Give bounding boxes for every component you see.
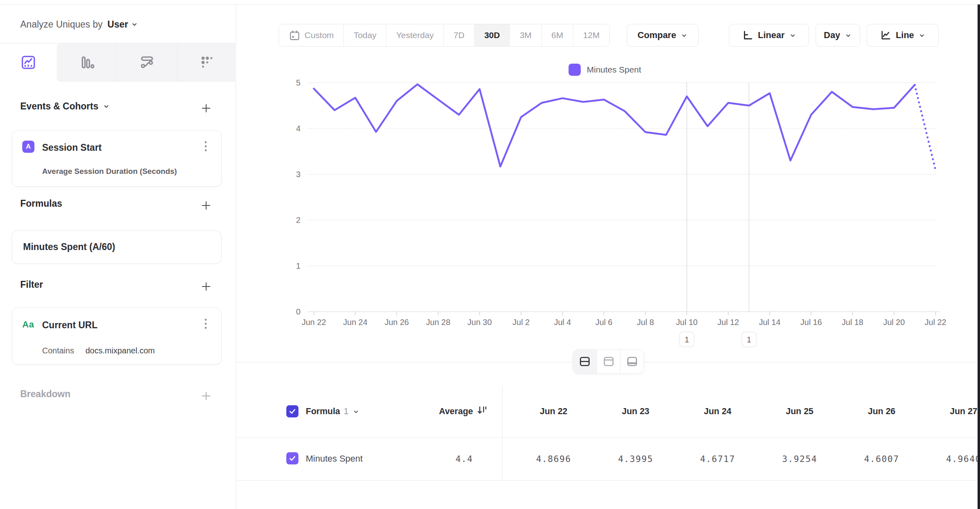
formula-expression: Minutes Spent (A/60) xyxy=(23,242,115,252)
filter-options-kebab[interactable] xyxy=(202,317,210,331)
date-range-control: CustomTodayYesterday7D30D3M6M12M xyxy=(279,24,610,47)
text-property-icon: Aa xyxy=(22,319,34,330)
add-formula-button[interactable] xyxy=(200,199,212,212)
formula-group-dropdown[interactable]: Formula 1 xyxy=(306,406,360,417)
svg-text:Jul 18: Jul 18 xyxy=(842,318,863,327)
chevron-down-icon[interactable] xyxy=(102,103,110,110)
svg-text:0: 0 xyxy=(296,307,300,316)
table-column-divider xyxy=(502,386,503,480)
series-row-label: Minutes Spent xyxy=(306,453,363,464)
analyze-label: Analyze Uniques by xyxy=(20,19,102,30)
filter-card-current-url[interactable]: Aa Current URL Contains docs.mixpanel.co… xyxy=(12,308,222,365)
tab-insights[interactable] xyxy=(0,43,57,81)
date-range-yesterday[interactable]: Yesterday xyxy=(386,24,443,46)
chart-only-view-button[interactable] xyxy=(597,350,620,373)
table-bottom-divider xyxy=(236,480,980,481)
date-column-value: 4.6007 xyxy=(840,454,923,464)
report-type-tabs xyxy=(0,43,236,81)
svg-text:Jul 22: Jul 22 xyxy=(925,318,946,327)
filter-section-title: Filter xyxy=(20,279,43,290)
date-column-value: 4.9640 xyxy=(922,454,980,464)
bar-chart-icon xyxy=(78,54,95,71)
date-range-6m[interactable]: 6M xyxy=(541,24,573,46)
chevron-down-icon xyxy=(130,20,138,28)
date-column-header: Jun 25 xyxy=(758,406,841,417)
add-event-button[interactable] xyxy=(200,102,212,114)
breakdown-section-title: Breakdown xyxy=(20,389,70,400)
annotation-marker-1[interactable]: 1 xyxy=(680,332,694,347)
check-icon xyxy=(288,407,296,415)
svg-text:Jun 28: Jun 28 xyxy=(426,318,450,327)
tab-flows[interactable] xyxy=(116,43,177,81)
tab-bar-report[interactable] xyxy=(57,43,116,81)
event-card-session-start[interactable]: A Session Start Average Session Duration… xyxy=(12,130,222,187)
formula-index: 1 xyxy=(344,406,349,417)
retention-dots-icon xyxy=(198,54,215,71)
svg-text:Jun 30: Jun 30 xyxy=(467,318,492,327)
svg-text:2: 2 xyxy=(296,216,300,225)
analyze-entity-dropdown[interactable]: User xyxy=(107,19,138,30)
calendar-icon xyxy=(289,30,300,41)
svg-text:1: 1 xyxy=(684,335,689,344)
date-column-header: Jun 24 xyxy=(676,406,759,417)
series-checkbox[interactable] xyxy=(286,452,298,464)
event-letter-badge: A xyxy=(22,141,34,153)
svg-text:Jul 12: Jul 12 xyxy=(718,318,739,327)
svg-text:Jul 10: Jul 10 xyxy=(676,318,697,327)
event-name: Session Start xyxy=(42,142,102,153)
chart-only-view-icon xyxy=(602,355,615,368)
svg-text:1: 1 xyxy=(747,335,751,344)
linear-scale-icon xyxy=(741,29,754,41)
event-aggregation[interactable]: Average Session Duration (Seconds) xyxy=(42,167,177,176)
chevron-down-icon xyxy=(680,32,688,39)
filter-property-name: Current URL xyxy=(42,320,98,331)
add-breakdown-button[interactable] xyxy=(200,390,212,402)
average-column-header: Average xyxy=(358,406,473,417)
view-layout-toggle xyxy=(573,349,644,374)
date-range-12m[interactable]: 12M xyxy=(573,24,609,46)
plus-icon xyxy=(200,390,212,402)
date-range-7d[interactable]: 7D xyxy=(443,24,474,46)
insights-chart-icon xyxy=(20,54,37,71)
split-view-button[interactable] xyxy=(573,350,597,373)
table-only-view-button[interactable] xyxy=(620,350,643,373)
svg-text:3: 3 xyxy=(296,170,300,179)
legend-label: Minutes Spent xyxy=(587,65,641,75)
chevron-down-icon xyxy=(918,32,926,39)
date-column-header: Jun 26 xyxy=(840,406,923,417)
add-filter-button[interactable] xyxy=(200,280,212,293)
sort-icon[interactable] xyxy=(476,404,488,418)
formulas-section-title: Formulas xyxy=(20,198,62,209)
date-range-3m[interactable]: 3M xyxy=(509,24,541,46)
table-row-divider xyxy=(236,437,980,438)
svg-text:Jul 4: Jul 4 xyxy=(554,318,571,327)
flows-icon xyxy=(138,54,156,71)
compare-button[interactable]: Compare xyxy=(627,24,699,47)
date-range-today[interactable]: Today xyxy=(343,24,386,46)
svg-text:Jun 22: Jun 22 xyxy=(302,318,326,327)
filter-operator[interactable]: Contains xyxy=(42,346,74,355)
annotation-marker-2[interactable]: 1 xyxy=(742,332,756,347)
filter-value[interactable]: docs.mixpanel.com xyxy=(85,346,155,355)
date-column-value: 4.3995 xyxy=(594,454,677,464)
date-range-custom[interactable]: Custom xyxy=(279,24,343,46)
date-column-value: 4.8696 xyxy=(512,454,595,464)
scale-dropdown[interactable]: Linear xyxy=(729,24,809,47)
date-range-30d[interactable]: 30D xyxy=(474,24,510,46)
chevron-down-icon xyxy=(844,32,852,39)
check-icon xyxy=(288,454,296,462)
event-options-kebab[interactable] xyxy=(202,139,210,154)
svg-text:Jun 24: Jun 24 xyxy=(343,318,367,327)
query-builder-sidebar: Analyze Uniques by User xyxy=(0,4,236,509)
window-edge xyxy=(978,4,980,509)
formula-card[interactable]: Minutes Spent (A/60) xyxy=(12,231,222,264)
chart-type-dropdown[interactable]: Line xyxy=(867,24,939,47)
svg-text:Jul 8: Jul 8 xyxy=(637,318,654,327)
tab-retention[interactable] xyxy=(177,43,236,81)
insights-report-page: Analyze Uniques by User xyxy=(0,0,980,509)
formula-group-checkbox[interactable] xyxy=(286,405,298,417)
granularity-dropdown[interactable]: Day xyxy=(816,24,860,47)
line-chart[interactable]: 012345Jun 22Jun 24Jun 26Jun 28Jun 30Jul … xyxy=(236,77,980,353)
chevron-down-icon xyxy=(789,32,797,39)
kebab-icon xyxy=(202,139,210,154)
